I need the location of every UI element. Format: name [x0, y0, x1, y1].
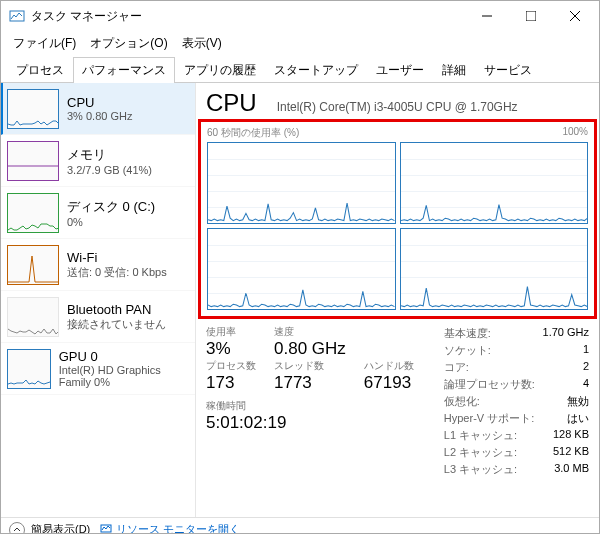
sidebar-item-title: CPU — [67, 95, 132, 110]
sidebar-item-detail: 3% 0.80 GHz — [67, 110, 132, 122]
spec-value: 1 — [583, 343, 589, 358]
processes-value: 173 — [206, 373, 256, 393]
sidebar-item-detail: 送信: 0 受信: 0 Kbps — [67, 265, 167, 280]
menu-file[interactable]: ファイル(F) — [7, 33, 82, 54]
spec-key: ソケット: — [444, 343, 491, 358]
resource-monitor-link[interactable]: リソース モニターを開く — [100, 522, 240, 534]
spec-key: L3 キャッシュ: — [444, 462, 517, 477]
spec-value: 4 — [583, 377, 589, 392]
tab-サービス[interactable]: サービス — [475, 57, 541, 83]
spec-key: コア: — [444, 360, 469, 375]
mem-thumbnail — [7, 141, 59, 181]
usage-value: 3% — [206, 339, 256, 359]
gpu-thumbnail — [7, 349, 51, 389]
sidebar-item-detail: 3.2/7.9 GB (41%) — [67, 164, 152, 176]
spec-key: L2 キャッシュ: — [444, 445, 517, 460]
cpu-chart-lp3[interactable] — [400, 228, 589, 310]
uptime-value: 5:01:02:19 — [206, 413, 414, 433]
sidebar-item-detail: 0% — [67, 216, 155, 228]
content: CPU Intel(R) Core(TM) i3-4005U CPU @ 1.7… — [196, 83, 599, 517]
speed-value: 0.80 GHz — [274, 339, 346, 359]
spec-value: はい — [567, 411, 589, 426]
menubar: ファイル(F) オプション(O) 表示(V) — [1, 31, 599, 56]
sidebar-item-mem[interactable]: メモリ3.2/7.9 GB (41%) — [1, 135, 195, 187]
sidebar-item-title: ディスク 0 (C:) — [67, 198, 155, 216]
spec-row: L1 キャッシュ:128 KB — [444, 427, 589, 444]
spec-row: L3 キャッシュ:3.0 MB — [444, 461, 589, 478]
close-button[interactable] — [553, 1, 597, 31]
minimize-button[interactable] — [465, 1, 509, 31]
handles-label: ハンドル数 — [364, 359, 414, 373]
chart-caption-left: 60 秒間の使用率 (%) — [207, 126, 299, 140]
cpu-thumbnail — [7, 89, 59, 129]
tab-スタートアップ[interactable]: スタートアップ — [265, 57, 367, 83]
sidebar: CPU3% 0.80 GHzメモリ3.2/7.9 GB (41%)ディスク 0 … — [1, 83, 196, 517]
threads-value: 1773 — [274, 373, 346, 393]
sidebar-item-wifi[interactable]: Wi-Fi送信: 0 受信: 0 Kbps — [1, 239, 195, 291]
tab-パフォーマンス[interactable]: パフォーマンス — [73, 57, 175, 83]
spec-row: ソケット:1 — [444, 342, 589, 359]
main: CPU3% 0.80 GHzメモリ3.2/7.9 GB (41%)ディスク 0 … — [1, 83, 599, 517]
speed-label: 速度 — [274, 325, 346, 339]
spec-key: 基本速度: — [444, 326, 491, 341]
sidebar-item-title: GPU 0 — [59, 349, 189, 364]
chart-caption: 60 秒間の使用率 (%) 100% — [207, 126, 588, 140]
stats-right: 基本速度:1.70 GHzソケット:1コア:2論理プロセッサ数:4仮想化:無効H… — [444, 325, 589, 478]
sidebar-item-bt[interactable]: Bluetooth PAN接続されていません — [1, 291, 195, 343]
stats-left: 使用率 3% 速度 0.80 GHz プロセス数 173 スレッド数 1773 — [206, 325, 414, 478]
spec-row: コア:2 — [444, 359, 589, 376]
app-icon — [9, 8, 25, 24]
spec-value: 1.70 GHz — [543, 326, 589, 341]
spec-value: 無効 — [567, 394, 589, 409]
sidebar-item-cpu[interactable]: CPU3% 0.80 GHz — [1, 83, 195, 135]
bt-thumbnail — [7, 297, 59, 337]
processes-label: プロセス数 — [206, 359, 256, 373]
spec-value: 3.0 MB — [554, 462, 589, 477]
stats: 使用率 3% 速度 0.80 GHz プロセス数 173 スレッド数 1773 — [206, 325, 589, 478]
wifi-thumbnail — [7, 245, 59, 285]
cpu-chart-lp1[interactable] — [400, 142, 589, 224]
cpu-chart-lp2[interactable] — [207, 228, 396, 310]
fewer-details-label: 簡易表示(D) — [31, 522, 90, 534]
tab-アプリの履歴[interactable]: アプリの履歴 — [175, 57, 265, 83]
fewer-details-button[interactable]: 簡易表示(D) — [9, 522, 90, 535]
sidebar-item-title: Wi-Fi — [67, 250, 167, 265]
tab-プロセス[interactable]: プロセス — [7, 57, 73, 83]
maximize-button[interactable] — [509, 1, 553, 31]
handles-value: 67193 — [364, 373, 414, 393]
uptime-label: 稼働時間 — [206, 399, 414, 413]
cpu-title: CPU — [206, 89, 257, 117]
cpu-charts[interactable] — [207, 142, 588, 310]
sidebar-item-gpu[interactable]: GPU 0Intel(R) HD Graphics Family 0% — [1, 343, 195, 395]
tab-ユーザー[interactable]: ユーザー — [367, 57, 433, 83]
resource-monitor-label: リソース モニターを開く — [116, 522, 240, 534]
svg-rect-2 — [526, 11, 536, 21]
menu-view[interactable]: 表示(V) — [176, 33, 228, 54]
spec-value: 512 KB — [553, 445, 589, 460]
spec-key: 論理プロセッサ数: — [444, 377, 535, 392]
spec-key: 仮想化: — [444, 394, 480, 409]
sidebar-item-detail: 接続されていません — [67, 317, 166, 332]
spec-row: Hyper-V サポート:はい — [444, 410, 589, 427]
sidebar-item-title: Bluetooth PAN — [67, 302, 166, 317]
highlight-box: 60 秒間の使用率 (%) 100% — [198, 119, 597, 319]
disk-thumbnail — [7, 193, 59, 233]
spec-row: 論理プロセッサ数:4 — [444, 376, 589, 393]
sidebar-item-title: メモリ — [67, 146, 152, 164]
window-title: タスク マネージャー — [31, 8, 465, 25]
spec-value: 2 — [583, 360, 589, 375]
menu-options[interactable]: オプション(O) — [84, 33, 173, 54]
cpu-chart-lp0[interactable] — [207, 142, 396, 224]
tab-詳細[interactable]: 詳細 — [433, 57, 475, 83]
spec-row: L2 キャッシュ:512 KB — [444, 444, 589, 461]
sidebar-item-disk[interactable]: ディスク 0 (C:)0% — [1, 187, 195, 239]
spec-row: 基本速度:1.70 GHz — [444, 325, 589, 342]
usage-label: 使用率 — [206, 325, 256, 339]
chevron-up-icon — [9, 522, 25, 535]
spec-row: 仮想化:無効 — [444, 393, 589, 410]
spec-key: Hyper-V サポート: — [444, 411, 534, 426]
cpu-header: CPU Intel(R) Core(TM) i3-4005U CPU @ 1.7… — [206, 89, 589, 117]
titlebar: タスク マネージャー — [1, 1, 599, 31]
threads-label: スレッド数 — [274, 359, 346, 373]
cpu-model: Intel(R) Core(TM) i3-4005U CPU @ 1.70GHz — [277, 100, 518, 114]
